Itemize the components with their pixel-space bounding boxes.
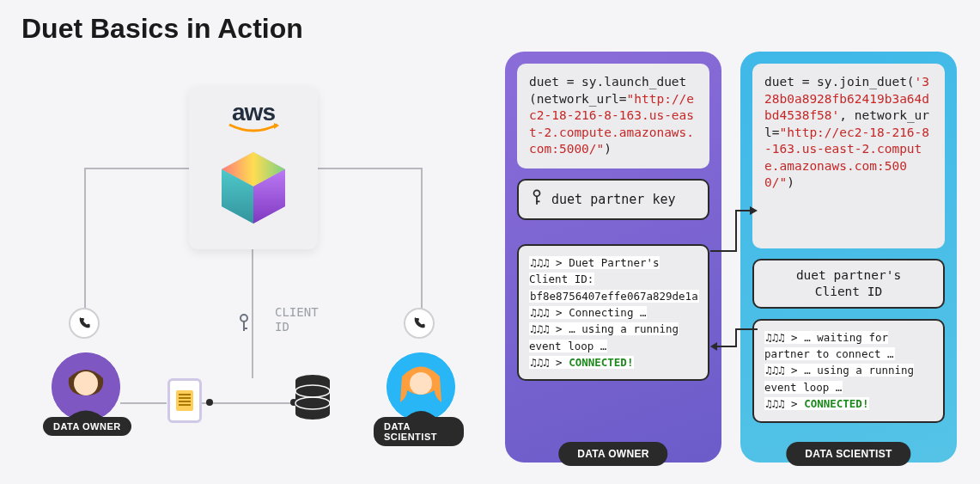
data-owner-label: DATA OWNER (43, 417, 131, 436)
phone-icon (69, 308, 100, 339)
svg-rect-18 (536, 200, 539, 202)
log-line: bf8e8756407effe067a829de1a (529, 290, 699, 303)
phone-icon (404, 308, 435, 339)
aws-smile-icon (228, 123, 279, 135)
slide-title: Duet Basics in Action (21, 13, 303, 45)
scientist-log-block: ♫♫♫ > … waiting for partner to connect …… (752, 319, 945, 423)
log-line: ♫♫♫ > Duet Partner's Client ID: (529, 256, 660, 285)
connector-line (252, 249, 253, 378)
owner-code-block: duet = sy.launch_duet(network_url="http:… (517, 64, 709, 168)
scientist-panel-label: DATA SCIENTIST (786, 442, 910, 466)
connector-line (84, 168, 86, 309)
document-icon (167, 378, 202, 423)
aws-cloud-card: aws (189, 86, 318, 249)
data-scientist-panel: duet = sy.join_duet('328b0a8928fb62419b3… (740, 52, 957, 463)
arrow-key-to-join (710, 206, 758, 258)
arrow-clientid-to-owner (710, 325, 758, 351)
svg-point-6 (240, 315, 247, 322)
connector-line (318, 168, 423, 169)
client-id-bar: duet partner's Client ID (752, 259, 945, 309)
cube-icon (215, 148, 292, 230)
key-icon (531, 189, 543, 210)
svg-rect-8 (243, 328, 247, 329)
database-icon (294, 374, 332, 421)
architecture-diagram: aws CLIENT ID DA (17, 69, 464, 464)
connector-line (210, 402, 294, 404)
log-line: ♫♫♫ > Connecting … (529, 306, 647, 319)
code-text: ) (604, 142, 612, 156)
client-id-text: duet partner's (763, 267, 934, 284)
svg-rect-17 (536, 196, 538, 205)
code-text: ) (787, 175, 794, 189)
log-line: ♫♫♫ > CONNECTED! (764, 397, 869, 410)
connector-line (84, 168, 189, 169)
svg-point-12 (410, 372, 432, 395)
log-line: ♫♫♫ > CONNECTED! (529, 356, 634, 369)
scientist-code-block: duet = sy.join_duet('328b0a8928fb62419b3… (752, 64, 945, 248)
key-icon (237, 314, 251, 336)
partner-key-label: duet partner key (551, 192, 676, 207)
svg-rect-7 (243, 322, 245, 331)
client-id-text: Client ID (763, 284, 934, 300)
data-owner-avatar (52, 352, 120, 421)
data-owner-panel: duet = sy.launch_duet(network_url="http:… (505, 52, 721, 463)
data-scientist-avatar (387, 352, 455, 421)
connector-dot (206, 399, 213, 406)
owner-panel-label: DATA OWNER (558, 442, 667, 466)
connector-line (421, 168, 423, 309)
partner-key-bar: duet partner key (517, 179, 709, 220)
connector-line (120, 402, 167, 404)
log-line: ♫♫♫ > … using a running event loop … (764, 364, 914, 393)
svg-point-16 (534, 190, 540, 196)
client-id-label: CLIENT ID (275, 305, 326, 334)
owner-log-block: ♫♫♫ > Duet Partner's Client ID: bf8e8756… (517, 244, 709, 382)
code-text: duet = sy.join_duet( (764, 75, 915, 89)
data-scientist-label: DATA SCIENTIST (374, 417, 464, 446)
svg-point-10 (74, 371, 98, 395)
log-line: ♫♫♫ > … waiting for partner to connect … (764, 331, 895, 360)
log-line: ♫♫♫ > … using a running event loop … (529, 322, 679, 352)
